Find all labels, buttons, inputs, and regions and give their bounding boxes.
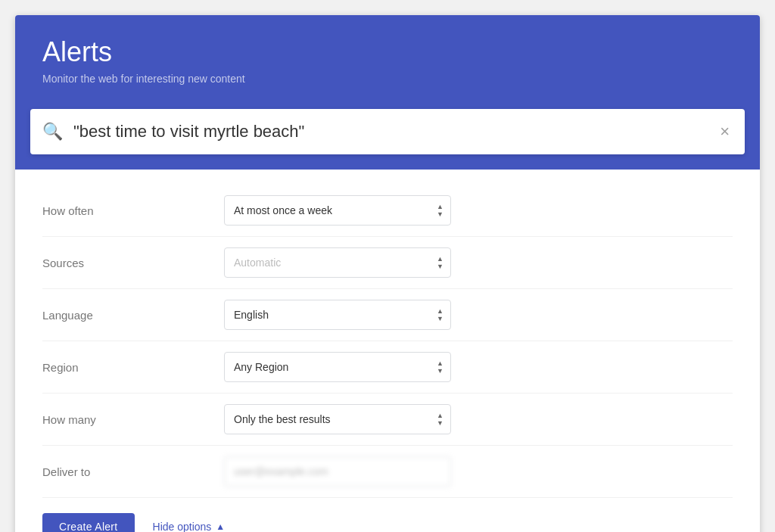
sources-row: Sources Automatic News Blogs Web Video B… — [42, 237, 733, 289]
search-input[interactable] — [73, 122, 717, 142]
region-select-wrapper: Any Region United States United Kingdom … — [224, 352, 451, 382]
how-many-label: How many — [42, 413, 224, 426]
region-row: Region Any Region United States United K… — [42, 341, 733, 394]
language-row: Language English Spanish French German C… — [42, 289, 733, 341]
how-often-select-wrapper: At most once a week As-it-happens At mos… — [224, 195, 451, 226]
hide-options-label: Hide options — [153, 521, 212, 532]
sources-select-wrapper: Automatic News Blogs Web Video Books Dis… — [224, 247, 451, 278]
actions-row: Create Alert Hide options ▲ — [42, 498, 733, 532]
hide-options-link[interactable]: Hide options ▲ — [153, 521, 226, 532]
clear-icon[interactable]: × — [717, 119, 733, 145]
app-container: Alerts Monitor the web for interesting n… — [15, 15, 760, 532]
region-select[interactable]: Any Region United States United Kingdom … — [224, 352, 451, 382]
sources-select[interactable]: Automatic News Blogs Web Video Books Dis… — [224, 247, 451, 278]
language-select[interactable]: English Spanish French German Chinese — [224, 300, 451, 330]
sources-label: Sources — [42, 257, 224, 269]
how-often-select[interactable]: At most once a week As-it-happens At mos… — [224, 195, 451, 226]
chevron-up-icon: ▲ — [216, 521, 225, 532]
region-label: Region — [42, 361, 224, 374]
how-often-label: How often — [42, 204, 224, 217]
deliver-to-input[interactable] — [224, 456, 451, 487]
language-select-wrapper: English Spanish French German Chinese ▲ … — [224, 300, 451, 330]
header: Alerts Monitor the web for interesting n… — [15, 15, 760, 109]
how-often-row: How often At most once a week As-it-happ… — [42, 185, 733, 237]
create-alert-button[interactable]: Create Alert — [42, 513, 135, 532]
page-subtitle: Monitor the web for interesting new cont… — [42, 73, 733, 85]
deliver-to-row: Deliver to — [42, 446, 733, 498]
how-many-row: How many Only the best results All resul… — [42, 394, 733, 446]
search-bar: 🔍 × — [30, 109, 745, 154]
page-title: Alerts — [42, 36, 733, 68]
how-many-select-wrapper: Only the best results All results ▲ ▼ — [224, 404, 451, 434]
options-container: How often At most once a week As-it-happ… — [15, 170, 760, 532]
deliver-to-label: Deliver to — [42, 465, 224, 478]
search-icon: 🔍 — [42, 122, 63, 142]
language-label: Language — [42, 309, 224, 322]
how-many-select[interactable]: Only the best results All results — [224, 404, 451, 434]
search-bar-container: 🔍 × — [15, 109, 760, 170]
